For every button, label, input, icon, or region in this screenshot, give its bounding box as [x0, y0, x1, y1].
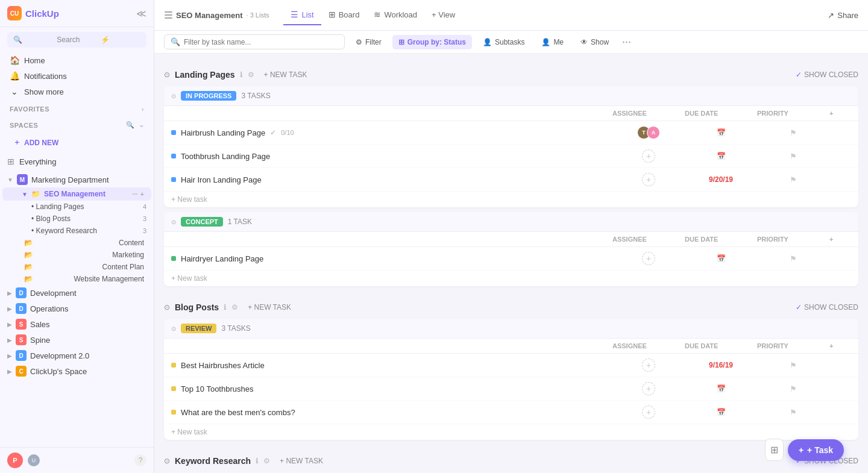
task-row[interactable]: Best Hairbrushes Article + 9/16/19 ⚑	[164, 354, 858, 377]
new-task-row-review[interactable]: + New task	[164, 424, 858, 440]
section-chevron-bp[interactable]: ⊙	[164, 303, 170, 312]
task-search-input[interactable]	[184, 38, 338, 46]
more-options-button[interactable]: ···	[622, 36, 631, 48]
grid-view-button[interactable]: ⊞	[765, 439, 784, 461]
tab-board[interactable]: ⊞ Board	[321, 5, 367, 25]
more-options-icon[interactable]: ···	[132, 190, 137, 198]
app-logo[interactable]: CU ClickUp	[7, 6, 59, 20]
sidebar-item-seo-management[interactable]: ▼ 📁 SEO Management ··· +	[2, 187, 151, 201]
share-button[interactable]: ↗ Share	[828, 11, 858, 20]
task-row[interactable]: Hairdryer Landing Page + 📅 ⚑	[164, 247, 858, 271]
section-chevron-kr[interactable]: ⊙	[164, 457, 170, 465]
sidebar-item-everything[interactable]: ⊞ Everything	[0, 154, 154, 169]
space-dot-m: M	[17, 174, 28, 185]
status-chevron-review[interactable]: ⊙	[171, 325, 176, 332]
second-avatar[interactable]: U	[28, 454, 40, 466]
help-button[interactable]: ?	[134, 454, 146, 466]
info-icon-bp[interactable]: ℹ	[224, 303, 227, 312]
chevron-right-icon[interactable]: ›	[142, 105, 144, 113]
space-operations[interactable]: ▶ D Operations	[0, 301, 154, 316]
collapse-button[interactable]: ≪	[136, 8, 146, 19]
chevron-down-icon: ⌄	[10, 87, 19, 96]
sidebar-child-blog-posts[interactable]: • Blog Posts 3	[0, 213, 154, 225]
space-development[interactable]: ▶ D Development	[0, 285, 154, 301]
new-task-row-concept[interactable]: + New task	[164, 271, 858, 286]
workload-tab-icon: ≋	[374, 10, 381, 19]
task-row[interactable]: Hairbrush Landing Page ✓ 0/10 T A 📅	[164, 121, 858, 145]
task-due-date-red: 9/20/19	[685, 175, 757, 184]
task-priority: ⚑	[757, 175, 829, 184]
clickup-space-label: ClickUp's Space	[30, 367, 87, 376]
group-by-button[interactable]: ⊞ Group by: Status	[392, 35, 472, 49]
task-dot	[171, 130, 176, 135]
assignee-placeholder-2: +	[642, 173, 655, 186]
settings-icon-bp[interactable]: ⚙	[231, 303, 238, 312]
status-chevron-ip[interactable]: ⊙	[171, 93, 176, 99]
chevron-spine-icon: ▶	[7, 337, 12, 343]
settings-icon-kr[interactable]: ⚙	[263, 457, 270, 465]
plus-task-icon: +	[799, 445, 804, 455]
group-by-icon: ⊞	[398, 38, 404, 46]
search-box[interactable]: 🔍 Search ⚡	[7, 32, 146, 48]
task-priority: ⚑	[757, 361, 829, 370]
new-task-bp[interactable]: + NEW TASK	[243, 301, 296, 314]
show-button[interactable]: 👁 Show	[574, 35, 615, 49]
space-dot-d: D	[16, 287, 27, 298]
subtasks-button[interactable]: 👤 Subtasks	[477, 35, 530, 49]
space-marketing[interactable]: ▼ M Marketing Department	[0, 172, 154, 187]
sidebar-child-keyword-research[interactable]: • Keyword Research 3	[0, 225, 154, 237]
tab-list[interactable]: ☰ List	[283, 5, 321, 25]
info-icon-lp[interactable]: ℹ	[240, 70, 243, 79]
section-landing-pages: ⊙ Landing Pages ℹ ⚙ + NEW TASK ✓ SHOW CL…	[164, 63, 858, 286]
sidebar-item-marketing[interactable]: 📂 Marketing	[2, 249, 151, 261]
main-content: ☰ SEO Management · 3 Lists ☰ List ⊞ Boar…	[154, 0, 868, 473]
sidebar-child-landing-pages[interactable]: • Landing Pages 4	[0, 201, 154, 213]
space-dev2[interactable]: ▶ D Development 2.0	[0, 348, 154, 363]
chevron-down-spaces-icon[interactable]: ⌄	[139, 121, 145, 129]
sidebar-item-website-mgmt[interactable]: 📂 Website Management	[2, 273, 151, 285]
add-task-label: + Task	[807, 445, 833, 455]
task-dot	[171, 256, 176, 261]
show-closed-bp[interactable]: ✓ SHOW CLOSED	[796, 303, 858, 312]
space-marketing-label: Marketing Department	[31, 175, 109, 184]
tab-workload[interactable]: ≋ Workload	[366, 5, 424, 25]
status-badge-concept: CONCEPT	[181, 217, 223, 227]
sidebar-item-content-plan[interactable]: 📂 Content Plan	[2, 261, 151, 273]
me-button[interactable]: 👤 Me	[535, 35, 570, 49]
subtasks-label: Subtasks	[495, 38, 524, 46]
new-task-kr[interactable]: + NEW TASK	[275, 454, 328, 468]
check-icon: ✓	[270, 128, 276, 137]
search-spaces-icon[interactable]: 🔍	[126, 121, 135, 129]
filter-button[interactable]: ⚙ Filter	[350, 35, 388, 49]
show-closed-lp[interactable]: ✓ SHOW CLOSED	[796, 70, 858, 79]
space-spine[interactable]: ▶ S Spine	[0, 332, 154, 348]
sidebar-item-home[interactable]: 🏠 Home	[2, 52, 151, 68]
status-chevron-concept[interactable]: ⊙	[171, 219, 176, 225]
add-task-button[interactable]: + + Task	[788, 439, 844, 461]
info-icon-kr[interactable]: ℹ	[256, 457, 259, 465]
notifications-label: Notifications	[24, 72, 67, 81]
sidebar-item-notifications[interactable]: 🔔 Notifications	[2, 68, 151, 84]
add-to-seo-icon[interactable]: +	[140, 190, 144, 198]
task-row[interactable]: Hair Iron Landing Page + 9/20/19 ⚑	[164, 168, 858, 192]
tab-add-view[interactable]: + View	[424, 5, 462, 25]
sidebar-item-content[interactable]: 📂 Content	[2, 237, 151, 249]
task-assignee: +	[612, 173, 685, 186]
task-row[interactable]: What are the best men's combs? + 📅 ⚑	[164, 401, 858, 424]
space-clickup[interactable]: ▶ C ClickUp's Space	[0, 363, 154, 379]
task-search[interactable]: 🔍	[164, 34, 345, 49]
col-headers-review: ASSIGNEE DUE DATE PRIORITY +	[164, 339, 858, 354]
grid-icon: ⊞	[7, 157, 14, 166]
space-sales[interactable]: ▶ S Sales	[0, 316, 154, 332]
user-avatar[interactable]: P	[7, 453, 23, 468]
sidebar-item-show-more[interactable]: ⌄ Show more	[2, 84, 151, 99]
task-row[interactable]: Toothbrush Landing Page + 📅 ⚑	[164, 145, 858, 168]
section-chevron-lp[interactable]: ⊙	[164, 70, 170, 79]
task-row[interactable]: Top 10 Toothbrushes + 📅 ⚑	[164, 377, 858, 401]
settings-icon-lp[interactable]: ⚙	[248, 70, 254, 79]
add-new-button[interactable]: ＋ ADD NEW	[5, 134, 149, 151]
new-task-row-ip[interactable]: + New task	[164, 192, 858, 207]
show-more-label: Show more	[24, 87, 64, 96]
task-due-date: 📅	[685, 408, 757, 416]
new-task-lp[interactable]: + NEW TASK	[259, 68, 312, 81]
